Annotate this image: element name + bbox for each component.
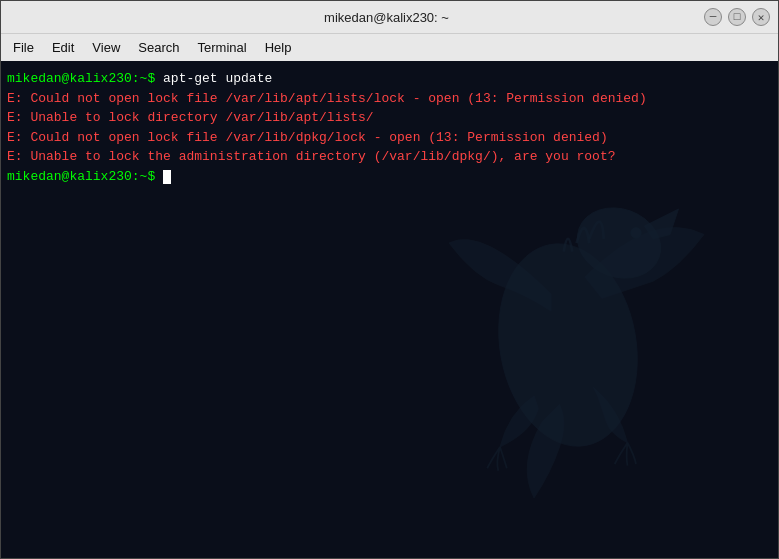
svg-point-1 bbox=[567, 197, 670, 290]
svg-point-0 bbox=[483, 233, 652, 458]
menu-file[interactable]: File bbox=[5, 37, 42, 58]
terminal-output: mikedan@kalix230:~$ apt-get update E: Co… bbox=[7, 69, 772, 186]
dragon-watermark bbox=[398, 158, 738, 498]
line-3: E: Unable to lock directory /var/lib/apt… bbox=[7, 108, 772, 128]
cursor bbox=[163, 170, 171, 184]
prompt-2: mikedan@kalix230:~$ bbox=[7, 169, 163, 184]
menu-search[interactable]: Search bbox=[130, 37, 187, 58]
minimize-button[interactable]: ─ bbox=[704, 8, 722, 26]
prompt-1: mikedan@kalix230:~$ bbox=[7, 71, 163, 86]
menu-edit[interactable]: Edit bbox=[44, 37, 82, 58]
titlebar: mikedan@kalix230: ~ ─ □ ✕ bbox=[1, 1, 778, 33]
terminal-window: mikedan@kalix230: ~ ─ □ ✕ File Edit View… bbox=[0, 0, 779, 559]
menubar: File Edit View Search Terminal Help bbox=[1, 33, 778, 61]
terminal-area[interactable]: mikedan@kalix230:~$ apt-get update E: Co… bbox=[1, 61, 778, 558]
menu-help[interactable]: Help bbox=[257, 37, 300, 58]
maximize-button[interactable]: □ bbox=[728, 8, 746, 26]
line-5: E: Unable to lock the administration dir… bbox=[7, 147, 772, 167]
line-1: mikedan@kalix230:~$ apt-get update bbox=[7, 69, 772, 89]
maximize-icon: □ bbox=[734, 11, 741, 23]
window-controls: ─ □ ✕ bbox=[704, 8, 770, 26]
menu-view[interactable]: View bbox=[84, 37, 128, 58]
svg-marker-2 bbox=[645, 209, 679, 239]
line-4: E: Could not open lock file /var/lib/dpk… bbox=[7, 128, 772, 148]
window-title: mikedan@kalix230: ~ bbox=[69, 10, 704, 25]
command-1: apt-get update bbox=[163, 71, 272, 86]
close-button[interactable]: ✕ bbox=[752, 8, 770, 26]
minimize-icon: ─ bbox=[710, 11, 717, 23]
menu-terminal[interactable]: Terminal bbox=[190, 37, 255, 58]
line-2: E: Could not open lock file /var/lib/apt… bbox=[7, 89, 772, 109]
svg-point-3 bbox=[631, 228, 641, 238]
line-6: mikedan@kalix230:~$ bbox=[7, 167, 772, 187]
close-icon: ✕ bbox=[758, 11, 765, 24]
